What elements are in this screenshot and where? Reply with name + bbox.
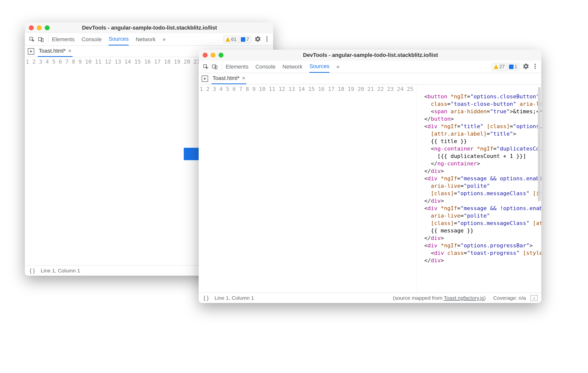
file-tab[interactable]: Toast.html* × (38, 46, 73, 57)
warning-icon (226, 37, 230, 42)
tab-sources[interactable]: Sources (309, 61, 330, 73)
toolbar: Elements Console Network Sources » 27 1 (199, 61, 541, 73)
window-title: DevTools - angular-sample-todo-list.stac… (50, 25, 269, 31)
info-icon (509, 65, 514, 69)
zoom-window-icon[interactable] (219, 53, 223, 58)
pretty-print-icon[interactable]: { } (202, 295, 210, 301)
settings-icon[interactable] (521, 63, 531, 70)
close-window-icon[interactable] (29, 25, 34, 30)
navigator-toggle-icon[interactable] (28, 48, 34, 55)
tab-network[interactable]: Network (282, 61, 302, 73)
svg-point-9 (535, 64, 536, 65)
warning-badge[interactable]: 27 (492, 63, 507, 71)
tab-sources[interactable]: Sources (109, 33, 129, 45)
cursor-position: Line 1, Column 1 (41, 268, 80, 274)
navigator-toggle-icon[interactable] (202, 75, 208, 82)
tab-more[interactable]: » (163, 34, 166, 45)
cursor-position: Line 1, Column 1 (215, 295, 254, 301)
close-tab-icon[interactable]: × (68, 48, 72, 54)
window-title: DevTools - angular-sample-todo-list.stac… (223, 52, 537, 58)
close-window-icon[interactable] (203, 53, 208, 58)
svg-point-11 (535, 68, 536, 69)
device-toolbar-icon[interactable] (211, 63, 219, 71)
file-tab-label: Toast.html* (39, 48, 66, 54)
file-tab-label: Toast.html* (213, 75, 240, 81)
source-map-link[interactable]: Toast.ngfactory.js (444, 295, 484, 301)
issue-badges[interactable]: 27 1 (492, 63, 519, 71)
tab-elements[interactable]: Elements (226, 61, 249, 73)
tab-network[interactable]: Network (136, 34, 156, 45)
issue-badges[interactable]: 61 7 (223, 36, 251, 43)
scrollbar[interactable] (538, 87, 541, 201)
svg-point-5 (266, 40, 268, 41)
minimize-window-icon[interactable] (211, 53, 216, 58)
panel-tabs: Elements Console Network Sources » (226, 61, 490, 73)
info-badge[interactable]: 1 (507, 63, 519, 71)
more-options-icon[interactable] (264, 36, 270, 43)
panel-tabs: Elements Console Sources Network » (52, 33, 222, 45)
svg-point-3 (266, 36, 268, 37)
svg-point-10 (535, 66, 536, 67)
traffic-lights (29, 25, 50, 30)
more-options-icon[interactable] (532, 64, 538, 70)
titlebar: DevTools - angular-sample-todo-list.stac… (199, 50, 541, 61)
step-icon[interactable]: ▲ (530, 295, 538, 301)
coverage-label: Coverage: n/a (493, 295, 526, 301)
inspect-element-icon[interactable] (28, 36, 36, 43)
status-bar: { } Line 1, Column 1 (source mapped from… (199, 293, 541, 303)
tab-console[interactable]: Console (256, 61, 276, 73)
info-icon (241, 37, 245, 42)
source-mapped-label: (source mapped from Toast.ngfactory.js) (393, 295, 486, 301)
toolbar: Elements Console Sources Network » 61 7 (25, 33, 273, 46)
tab-elements[interactable]: Elements (52, 34, 75, 45)
warning-badge[interactable]: 61 (223, 36, 239, 43)
file-tab-bar: Toast.html* × (199, 73, 541, 84)
inspect-element-icon[interactable] (202, 63, 210, 71)
tab-console[interactable]: Console (82, 34, 102, 45)
close-tab-icon[interactable]: × (242, 75, 245, 81)
tab-more[interactable]: » (336, 61, 339, 73)
file-tab[interactable]: Toast.html* × (212, 73, 246, 84)
device-toolbar-icon[interactable] (37, 36, 45, 43)
separator (48, 36, 48, 43)
separator (222, 63, 222, 71)
line-gutter: 1 2 3 4 5 6 7 8 9 10 11 12 13 14 15 16 1… (199, 84, 417, 293)
zoom-window-icon[interactable] (45, 25, 50, 30)
devtools-window-b: DevTools - angular-sample-todo-list.stac… (199, 50, 541, 303)
editor[interactable]: 1 2 3 4 5 6 7 8 9 10 11 12 13 14 15 16 1… (199, 84, 541, 293)
code-content[interactable]: <button *ngIf="options.closeButton" (cli… (417, 84, 541, 293)
svg-point-4 (266, 38, 268, 39)
pretty-print-icon[interactable]: { } (28, 267, 36, 274)
settings-icon[interactable] (253, 36, 263, 43)
info-badge[interactable]: 7 (239, 36, 251, 43)
titlebar: DevTools - angular-sample-todo-list.stac… (25, 22, 273, 33)
minimize-window-icon[interactable] (37, 25, 42, 30)
warning-icon (494, 65, 498, 69)
traffic-lights (203, 53, 223, 58)
